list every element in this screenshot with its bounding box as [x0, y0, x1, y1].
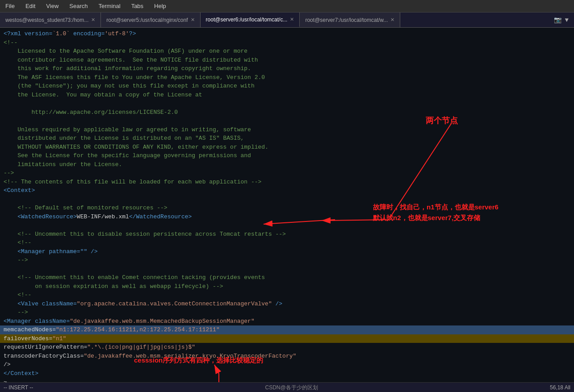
- close-icon[interactable]: ✕: [290, 17, 294, 22]
- tab-actions: 📷 ▼: [552, 13, 574, 27]
- tabbar: westos@westos_student73:/hom... ✕ root@s…: [0, 13, 574, 28]
- line-10: http://www.apache.org/licenses/LICENSE-2…: [0, 108, 574, 117]
- line-4: contributor license agreements. See the …: [0, 56, 574, 65]
- tab-server5[interactable]: root@server5:/usr/local/nginx/conf ✕: [101, 13, 200, 27]
- line-39: />: [0, 360, 574, 369]
- line-6: The ASF licenses this file to You under …: [0, 73, 574, 82]
- line-5: this work for additional information reg…: [0, 64, 574, 73]
- insert-mode: -- INSERT --: [4, 384, 33, 392]
- menu-terminal[interactable]: Terminal: [97, 2, 122, 10]
- close-icon[interactable]: ✕: [191, 17, 195, 23]
- tab-label: westos@westos_student73:/hom...: [5, 17, 88, 23]
- menu-view[interactable]: View: [44, 2, 60, 10]
- line-3: Licensed to the Apache Software Foundati…: [0, 47, 574, 56]
- line-9: [0, 99, 574, 108]
- tab-server6[interactable]: root@server6:/usr/local/tomcat/c... ✕: [201, 13, 300, 27]
- tab-westos[interactable]: westos@westos_student73:/hom... ✕: [0, 13, 101, 27]
- line-33: -->: [0, 308, 574, 317]
- line-11: [0, 117, 574, 125]
- line-23: [0, 221, 574, 230]
- line-27: -->: [0, 256, 574, 265]
- line-32: <Valve className="org.apache.catalina.va…: [0, 300, 574, 309]
- line-40: </Context>: [0, 369, 574, 378]
- line-25: <!--: [0, 238, 574, 247]
- line-35: memcachedNodes="n1:172.25.254.16:11211,n…: [0, 325, 574, 334]
- line-19: <Context>: [0, 186, 574, 195]
- line-14: WITHOUT WARRANTIES OR CONDITIONS OF ANY …: [0, 143, 574, 152]
- line-8: the License. You may obtain a copy of th…: [0, 91, 574, 100]
- tab-server7[interactable]: root@server7:/usr/local/tomcat/w... ✕: [300, 13, 400, 27]
- line-22: <WatchedResource>WEB-INF/web.xml</Watche…: [0, 213, 574, 221]
- line-24: <!-- Uncomment this to disable session p…: [0, 230, 574, 239]
- line-12: Unless required by applicable law or agr…: [0, 125, 574, 134]
- tab-label: root@server7:/usr/local/tomcat/w...: [305, 17, 388, 23]
- line-36: failoverNodes="n1": [0, 334, 574, 343]
- line-1: <?xml version=`1.0` encoding='utf-8'?>: [0, 29, 574, 38]
- line-28: [0, 265, 574, 274]
- line-26: <Manager pathname="" />: [0, 247, 574, 256]
- line-37: requestUriIgnorePattern=".*\.(ico|png|gi…: [0, 343, 574, 352]
- line-7: (the "License"); you may not use this fi…: [0, 82, 574, 91]
- line-20: [0, 195, 574, 204]
- close-icon[interactable]: ✕: [390, 17, 394, 23]
- chevron-down-icon[interactable]: ▼: [563, 16, 570, 25]
- menu-search[interactable]: Search: [67, 2, 89, 10]
- menubar: File Edit View Search Terminal Tabs Help: [0, 0, 574, 13]
- line-17: -->: [0, 169, 574, 178]
- line-29: <!-- Uncomment this to enable Comet conn…: [0, 273, 574, 282]
- terminal: <?xml version=`1.0` encoding='utf-8'?> <…: [0, 28, 574, 392]
- line-31: <!--: [0, 291, 574, 300]
- camera-icon[interactable]: 📷: [552, 15, 563, 25]
- line-21: <!-- Default set of monitored resources …: [0, 204, 574, 213]
- line-13: distributed under the License is distrib…: [0, 134, 574, 143]
- cursor-position: 56,18 All: [550, 384, 570, 392]
- line-34: <Manager className="de.javakaffee.web.ms…: [0, 317, 574, 326]
- line-15: See the License for the specific languag…: [0, 151, 574, 160]
- watermark: CSDN@各于少的区划: [265, 384, 318, 392]
- menu-file[interactable]: File: [4, 2, 17, 10]
- line-30: on session expiration as well as webapp …: [0, 282, 574, 291]
- line-38: transcoderFactoryClass="de.javakaffee.we…: [0, 352, 574, 361]
- menu-help[interactable]: Help: [152, 2, 168, 10]
- line-18: <!-- The contents of this file will be l…: [0, 178, 574, 187]
- menu-edit[interactable]: Edit: [24, 2, 37, 10]
- statusbar: -- INSERT -- CSDN@各于少的区划 56,18 All: [0, 382, 574, 392]
- menu-tabs[interactable]: Tabs: [130, 2, 145, 10]
- line-16: limitations under the License.: [0, 160, 574, 169]
- tab-label: root@server5:/usr/local/nginx/conf: [106, 17, 188, 23]
- line-2: <!--: [0, 38, 574, 47]
- close-icon[interactable]: ✕: [91, 17, 95, 23]
- tab-label: root@server6:/usr/local/tomcat/c...: [206, 17, 288, 23]
